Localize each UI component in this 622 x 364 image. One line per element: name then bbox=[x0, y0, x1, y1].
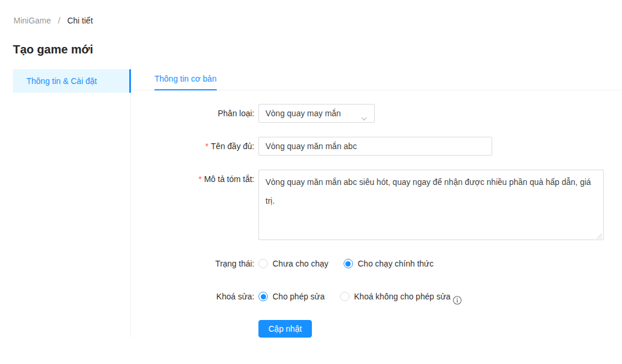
resize-handle-icon[interactable] bbox=[596, 231, 603, 238]
radio-icon bbox=[258, 259, 268, 268]
full-name-control bbox=[258, 137, 492, 156]
submit-row: Cập nhật bbox=[258, 320, 622, 338]
radio-icon bbox=[258, 292, 268, 301]
radio-status-not-running[interactable]: Chưa cho chạy bbox=[258, 254, 328, 273]
side-menu: Thông tin & Cài đặt bbox=[0, 66, 131, 338]
category-control: Vòng quay may mắn bbox=[258, 104, 375, 123]
page-title: Tạo game mới bbox=[13, 41, 622, 58]
side-menu-item-info-settings[interactable]: Thông tin & Cài đặt bbox=[13, 69, 131, 93]
required-asterisk: * bbox=[206, 141, 209, 151]
info-circle-icon[interactable] bbox=[453, 292, 462, 301]
update-button[interactable]: Cập nhật bbox=[258, 320, 312, 338]
category-select[interactable]: Vòng quay may mắn bbox=[258, 104, 375, 123]
form-row-description: *Mô tả tóm tắt: Vòng quay măn mắn abc si… bbox=[131, 170, 622, 240]
radio-status-running-official[interactable]: Cho chạy chính thức bbox=[344, 254, 433, 273]
radio-label: Cho chạy chính thức bbox=[358, 254, 433, 273]
radio-label: Khoá không cho phép sửa bbox=[354, 287, 450, 306]
status-radio-group: Chưa cho chạy Cho chạy chính thức bbox=[258, 254, 449, 273]
tabbar: Thông tin cơ bản bbox=[131, 66, 622, 90]
radio-lock-no-edit[interactable]: Khoá không cho phép sửa bbox=[340, 287, 462, 306]
radio-label: Chưa cho chạy bbox=[273, 254, 328, 273]
side-menu-item-label: Thông tin & Cài đặt bbox=[26, 76, 97, 86]
radio-icon bbox=[344, 259, 353, 268]
description-label: *Mô tả tóm tắt: bbox=[131, 170, 254, 186]
radio-allow-edit[interactable]: Cho phép sửa bbox=[258, 287, 325, 306]
form-row-full-name: *Tên đầy đủ: bbox=[131, 137, 622, 156]
required-asterisk: * bbox=[199, 174, 201, 184]
radio-icon bbox=[340, 292, 349, 301]
chevron-down-icon bbox=[361, 110, 368, 117]
form-row-status: Trạng thái: Chưa cho chạy Cho chạy chính… bbox=[131, 254, 622, 273]
tab-label: Thông tin cơ bản bbox=[154, 74, 217, 83]
tab-basic-info[interactable]: Thông tin cơ bản bbox=[154, 69, 217, 90]
breadcrumb: MiniGame / Chi tiết bbox=[0, 0, 622, 27]
edit-lock-radio-group: Cho phép sửa Khoá không cho phép sửa bbox=[258, 287, 477, 306]
edit-lock-label: Khoá sửa: bbox=[131, 287, 254, 303]
status-label: Trạng thái: bbox=[131, 254, 254, 270]
full-name-label: *Tên đầy đủ: bbox=[131, 137, 254, 153]
content: Thông tin & Cài đặt Thông tin cơ bản Phâ… bbox=[0, 66, 622, 338]
category-select-value: Vòng quay may mắn bbox=[265, 109, 341, 118]
breadcrumb-minigame[interactable]: MiniGame bbox=[14, 16, 51, 25]
radio-label: Cho phép sửa bbox=[273, 287, 325, 306]
main-pane: Thông tin cơ bản Phân loại: Vòng quay ma… bbox=[131, 66, 622, 338]
description-control: Vòng quay măn mắn abc siêu hót, quay nga… bbox=[258, 170, 604, 240]
breadcrumb-separator: / bbox=[58, 16, 60, 25]
form: Phân loại: Vòng quay may mắn *Tên đầy đủ… bbox=[131, 90, 622, 338]
full-name-input[interactable] bbox=[258, 137, 492, 156]
form-row-edit-lock: Khoá sửa: Cho phép sửa Khoá không cho ph… bbox=[131, 287, 622, 306]
breadcrumb-current: Chi tiết bbox=[67, 16, 93, 25]
description-textarea[interactable]: Vòng quay măn mắn abc siêu hót, quay nga… bbox=[258, 170, 604, 240]
category-label: Phân loại: bbox=[131, 104, 254, 120]
form-row-category: Phân loại: Vòng quay may mắn bbox=[131, 104, 622, 123]
